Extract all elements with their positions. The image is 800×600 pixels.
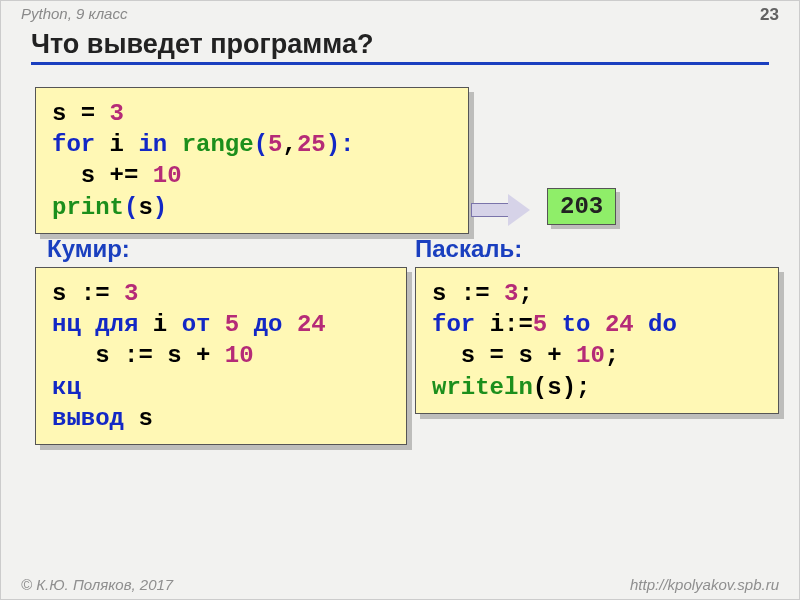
course-label: Python, 9 класс — [21, 5, 127, 25]
code-text — [475, 311, 489, 338]
code-bracket: ) — [153, 194, 167, 221]
copyright-text: © К.Ю. Поляков, 2017 — [21, 576, 173, 593]
code-bracket: ): — [326, 131, 355, 158]
code-text: s := — [432, 280, 504, 307]
code-text: s — [124, 405, 153, 432]
code-number: 3 — [504, 280, 518, 307]
code-text: s := — [52, 280, 124, 307]
code-number: 25 — [297, 131, 326, 158]
code-keyword: до — [254, 311, 283, 338]
code-function: writeln — [432, 374, 533, 401]
code-text: i — [95, 131, 138, 158]
code-text — [210, 311, 224, 338]
code-keyword: от — [182, 311, 211, 338]
kumir-label: Кумир: — [47, 235, 130, 263]
code-bracket: ( — [254, 131, 268, 158]
code-number: 10 — [225, 342, 254, 369]
code-text: , — [282, 131, 296, 158]
code-text: s := s + — [52, 342, 225, 369]
pascal-label: Паскаль: — [415, 235, 522, 263]
slide-footer: © К.Ю. Поляков, 2017 http://kpolyakov.sp… — [21, 576, 779, 593]
code-text — [590, 311, 604, 338]
code-bracket: ( — [533, 374, 547, 401]
code-text — [282, 311, 296, 338]
code-keyword: for — [432, 311, 475, 338]
code-bracket: ( — [124, 194, 138, 221]
slide-title: Что выведет программа? — [31, 29, 769, 65]
source-url: http://kpolyakov.spb.ru — [630, 576, 779, 593]
code-text: s = — [52, 100, 110, 127]
python-code-box: s = 3 for i in range(5,25): s += 10 prin… — [35, 87, 469, 234]
code-text — [167, 131, 181, 158]
code-number: 3 — [110, 100, 124, 127]
code-number: 3 — [124, 280, 138, 307]
arrow-icon — [471, 194, 530, 226]
answer-box: 203 — [547, 188, 616, 225]
code-text — [547, 311, 561, 338]
code-number: 24 — [605, 311, 634, 338]
code-text — [634, 311, 648, 338]
code-number: 10 — [153, 162, 182, 189]
code-keyword: to — [562, 311, 591, 338]
kumir-code-box: s := 3 нц для i от 5 до 24 s := s + 10 к… — [35, 267, 407, 445]
code-keyword: in — [138, 131, 167, 158]
code-text: ; — [605, 342, 619, 369]
code-number: 5 — [533, 311, 547, 338]
slide: Python, 9 класс 23 Что выведет программа… — [0, 0, 800, 600]
code-function: range — [182, 131, 254, 158]
page-number: 23 — [760, 5, 779, 25]
code-text: ; — [518, 280, 532, 307]
code-function: print — [52, 194, 124, 221]
code-keyword: for — [52, 131, 95, 158]
code-text: s += — [52, 162, 153, 189]
code-number: 5 — [268, 131, 282, 158]
slide-header: Python, 9 класс 23 — [21, 5, 779, 25]
code-text: s = s + — [432, 342, 576, 369]
code-text — [239, 311, 253, 338]
code-keyword: нц для — [52, 311, 138, 338]
code-text: s — [547, 374, 561, 401]
code-bracket: ); — [562, 374, 591, 401]
code-text: s — [138, 194, 152, 221]
code-number: 24 — [297, 311, 326, 338]
code-number: 5 — [225, 311, 239, 338]
code-keyword: вывод — [52, 405, 124, 432]
code-text: i:= — [490, 311, 533, 338]
answer-value: 203 — [560, 193, 603, 220]
code-keyword: do — [648, 311, 677, 338]
code-text: i — [138, 311, 181, 338]
code-keyword: кц — [52, 374, 81, 401]
pascal-code-box: s := 3; for i:=5 to 24 do s = s + 10; wr… — [415, 267, 779, 414]
code-number: 10 — [576, 342, 605, 369]
